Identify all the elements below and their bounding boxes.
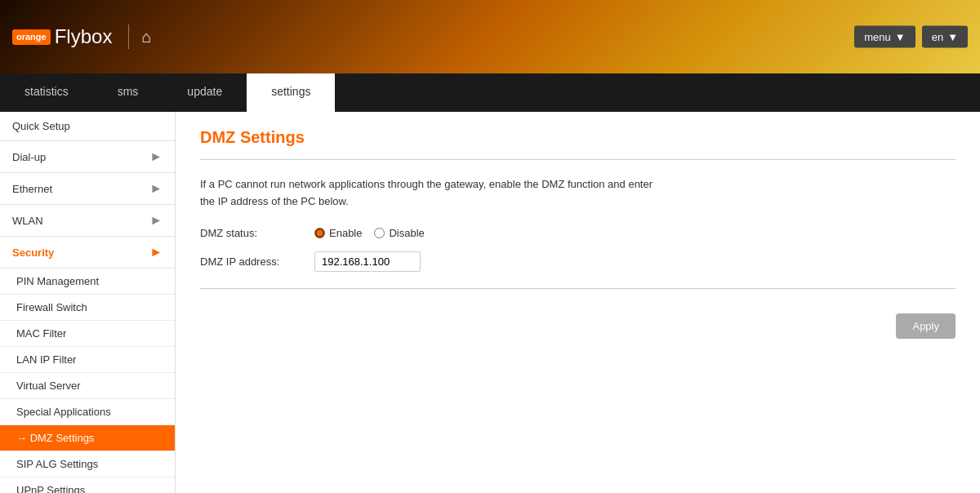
sidebar-item-quick-setup[interactable]: Quick Setup [0, 112, 175, 141]
dmz-status-controls: Enable Disable [314, 227, 425, 239]
home-icon[interactable]: ⌂ [141, 28, 151, 47]
main-content: Quick Setup Dial-up ► Ethernet ► WLAN ► … [0, 112, 980, 493]
brand-name: Flybox [55, 25, 113, 48]
sidebar-item-wlan[interactable]: WLAN ► [0, 205, 175, 237]
header: orange Flybox ⌂ menu ▼ en ▼ [0, 0, 980, 73]
chevron-right-icon: ► [149, 213, 163, 228]
sidebar-subitem-dmz-settings[interactable]: DMZ Settings [0, 425, 175, 451]
enable-radio-label[interactable]: Enable [314, 227, 362, 239]
brand-logo: orange [12, 29, 51, 45]
lang-button[interactable]: en ▼ [922, 26, 968, 48]
sidebar-subitem-lan-ip-filter[interactable]: LAN IP Filter [0, 347, 175, 373]
dmz-ip-controls [314, 251, 421, 272]
sidebar-subitem-pin-management[interactable]: PIN Management [0, 269, 175, 295]
sidebar-subitem-upnp-settings[interactable]: UPnP Settings [0, 477, 175, 493]
chevron-right-icon: ► [149, 245, 163, 260]
chevron-down-icon: ▼ [947, 31, 958, 43]
sidebar-subitem-mac-filter[interactable]: MAC Filter [0, 321, 175, 347]
title-divider [200, 159, 956, 160]
description: If a PC cannot run network applications … [200, 176, 956, 211]
chevron-right-icon: ► [149, 149, 163, 164]
page-title: DMZ Settings [200, 128, 956, 147]
sidebar: Quick Setup Dial-up ► Ethernet ► WLAN ► … [0, 112, 176, 493]
disable-radio[interactable] [374, 228, 385, 238]
tab-settings[interactable]: settings [247, 73, 335, 112]
disable-radio-label[interactable]: Disable [374, 227, 424, 239]
sidebar-subitem-virtual-server[interactable]: Virtual Server [0, 373, 175, 399]
dmz-ip-row: DMZ IP address: [200, 251, 956, 272]
header-divider [128, 24, 129, 49]
tab-statistics[interactable]: statistics [0, 73, 93, 112]
sidebar-subitem-firewall-switch[interactable]: Firewall Switch [0, 295, 175, 321]
bottom-divider [200, 288, 956, 289]
chevron-right-icon: ► [149, 181, 163, 196]
header-controls: menu ▼ en ▼ [854, 26, 968, 48]
menu-button[interactable]: menu ▼ [854, 26, 915, 48]
content-area: DMZ Settings If a PC cannot run network … [176, 112, 980, 493]
apply-button[interactable]: Apply [896, 313, 956, 339]
nav-tabs: statistics sms update settings [0, 73, 980, 112]
tab-update[interactable]: update [163, 73, 247, 112]
sidebar-item-dial-up[interactable]: Dial-up ► [0, 141, 175, 173]
enable-radio[interactable] [314, 228, 325, 238]
dmz-status-row: DMZ status: Enable Disable [200, 227, 956, 239]
sidebar-subitem-special-applications[interactable]: Special Applications [0, 399, 175, 425]
chevron-down-icon: ▼ [895, 31, 906, 43]
tab-sms[interactable]: sms [93, 73, 163, 112]
sidebar-item-security[interactable]: Security ► [0, 237, 175, 269]
sidebar-subitem-sip-alg-settings[interactable]: SIP ALG Settings [0, 451, 175, 477]
dmz-ip-input[interactable] [314, 251, 421, 272]
dmz-status-label: DMZ status: [200, 227, 314, 239]
sidebar-item-ethernet[interactable]: Ethernet ► [0, 173, 175, 205]
dmz-ip-label: DMZ IP address: [200, 255, 314, 268]
